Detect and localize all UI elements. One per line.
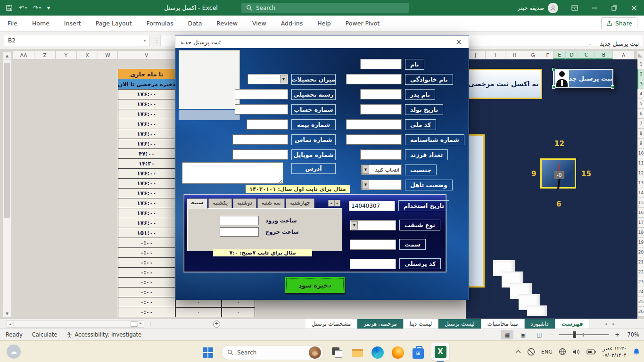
column-header-E[interactable]: E <box>553 51 566 59</box>
zoom-slider[interactable] <box>559 334 609 335</box>
battery-icon[interactable] <box>586 349 596 354</box>
table-cell[interactable]: ۰:۰۰ <box>118 258 175 268</box>
save-icon[interactable] <box>6 4 13 11</box>
input-شماره تماس[interactable] <box>232 134 288 145</box>
user-name[interactable]: صديقه حيدر <box>517 5 544 11</box>
row-header-8[interactable]: 8 <box>637 129 644 139</box>
chevron-down-icon[interactable]: ▼ <box>362 165 369 174</box>
row-header-2[interactable]: 2 <box>637 69 644 79</box>
input-تعداد فرزند[interactable] <box>360 149 402 160</box>
column-header-X[interactable]: X <box>77 51 98 59</box>
table-cell[interactable]: ۱۷۶:۰۰ <box>118 119 175 129</box>
photo-placeholder[interactable] <box>179 50 240 109</box>
ribbon-display-options-icon[interactable] <box>565 0 585 16</box>
table-cell[interactable]: ۰:۰۰ <box>118 268 175 278</box>
sheet-tab-مبنا محاسبات[interactable]: مبنا محاسبات <box>481 319 525 329</box>
sheet-tab-مرخصی هرنفر[interactable]: مرخصی هرنفر <box>357 319 404 329</box>
tray-chevron-icon[interactable] <box>515 350 521 354</box>
row-header-20[interactable]: 20 <box>637 247 644 257</box>
sheet-tab-داشبورد[interactable]: داشبورد <box>525 319 555 329</box>
language-indicator[interactable]: ENG <box>541 349 553 355</box>
vertical-scrollbar[interactable]: ▲ ▼ <box>3 52 11 318</box>
row-header-12[interactable]: 12 <box>637 168 644 178</box>
select-all-corner[interactable] <box>637 51 644 59</box>
column-header-I[interactable]: I <box>486 51 505 59</box>
search-box[interactable]: Search <box>241 3 409 13</box>
ribbon-tab-review[interactable]: Review <box>216 20 238 27</box>
ribbon-tab-home[interactable]: Home <box>32 20 50 27</box>
sheet-tab-مشخصات پرسنل[interactable]: مشخصات پرسنل <box>305 319 357 329</box>
row-header-17[interactable]: 17 <box>637 218 644 228</box>
register-personnel-shape[interactable]: ثبت پرسنل جدید <box>553 69 613 88</box>
row-header-15[interactable]: 15 <box>637 198 644 208</box>
column-header-Z[interactable]: Z <box>34 51 56 59</box>
photo-button[interactable] <box>179 110 240 120</box>
row-header-19[interactable]: 19 <box>637 238 644 247</box>
row-header-9[interactable]: 9 <box>637 139 644 148</box>
zoom-in-icon[interactable]: + <box>615 331 619 338</box>
row-header-11[interactable]: 11 <box>637 158 644 168</box>
ribbon-tab-power-pivot[interactable]: Power Pivot <box>346 20 380 27</box>
volume-icon[interactable] <box>572 348 580 355</box>
store-button[interactable]: ⊞ <box>411 346 425 360</box>
chevron-down-icon[interactable]: ▼ <box>280 75 287 83</box>
tab-scroll-right-icon[interactable]: ▸ <box>334 200 340 206</box>
table-cell[interactable]: ۰ <box>222 307 255 317</box>
table-cell[interactable]: ۰:۰۰ <box>118 297 175 307</box>
page-break-view-button[interactable]: ◫ <box>533 330 545 339</box>
week-tab-چهارشنبه[interactable]: چهارشنبه <box>286 198 314 208</box>
restore-button[interactable] <box>604 0 624 16</box>
row-header-3[interactable]: 3 <box>637 79 644 89</box>
ribbon-tab-file[interactable]: File <box>8 20 17 27</box>
name-box[interactable]: B2 ▾ <box>4 35 150 46</box>
combo-میزان تحصیلات[interactable]: ▼ <box>248 74 288 84</box>
column-header-AA[interactable]: AA <box>13 51 34 59</box>
row-header-16[interactable]: 16 <box>637 208 644 218</box>
table-header-cell[interactable]: ذخیره مرخصی تا الان <box>118 79 175 90</box>
name-box-dropdown-icon[interactable]: ▾ <box>144 39 146 43</box>
column-header-H[interactable]: H <box>505 51 524 59</box>
scroll-left-icon[interactable]: ◂ <box>7 322 14 326</box>
sheet-tab-لیست دیتا[interactable]: لیست دیتا <box>404 319 438 329</box>
row-header-25[interactable]: 25 <box>637 297 644 307</box>
ribbon-tab-add-ins[interactable]: Add-ins <box>281 20 303 27</box>
row-header-21[interactable]: 21 <box>637 257 644 267</box>
row-header-5[interactable]: 5 <box>637 99 644 109</box>
input-نام خانوادگی[interactable] <box>346 74 402 84</box>
row-header-23[interactable]: 23 <box>637 277 644 287</box>
sheet-tab-prev-icon[interactable]: ◂ <box>605 321 607 326</box>
week-tab-سه شنبه[interactable]: سه شنبه <box>257 198 285 208</box>
column-header-A[interactable]: A <box>613 51 635 59</box>
ribbon-tab-view[interactable]: View <box>252 20 266 27</box>
table-cell[interactable]: ۱۴:۳۰ <box>118 159 175 169</box>
column-header-G[interactable]: G <box>524 51 542 59</box>
row-header-1[interactable]: 1 <box>637 59 644 69</box>
vertical-scroll-thumb[interactable] <box>4 63 10 218</box>
row-header-14[interactable]: 14 <box>637 188 644 198</box>
table-cell[interactable]: ۱۷۶:۰۰ <box>118 139 175 149</box>
input-شماره شناسنامه[interactable] <box>346 134 402 145</box>
week-tab-دوشنبه[interactable]: دوشنبه <box>233 198 256 208</box>
input-شماره حساب[interactable] <box>235 104 288 115</box>
selection-handle[interactable] <box>552 85 555 89</box>
clock-widget[interactable]: ۱۲:۳۰ عصر ۰۷/۰۳/۱۴۰۴ <box>602 345 627 358</box>
normal-view-button[interactable]: ▦ <box>501 330 513 339</box>
table-cell[interactable]: ۱۷۶:۰۰ <box>118 90 175 99</box>
selection-handle[interactable] <box>552 68 555 71</box>
add-sheet-button[interactable]: + <box>213 321 220 328</box>
table-cell[interactable]: ۰:۰۰ <box>118 248 175 258</box>
combo-جنسیت[interactable]: ▼انتخاب کنید <box>361 165 402 175</box>
notification-bell-icon[interactable] <box>633 348 640 356</box>
input-کد پرسنلي[interactable] <box>350 259 396 269</box>
input-کد ملي[interactable] <box>346 119 402 130</box>
input-نام پدر[interactable] <box>360 89 402 99</box>
save-button[interactable]: ذخیره شود <box>285 277 345 294</box>
table-cell[interactable]: ۰:۰۰ <box>118 307 175 317</box>
address-input[interactable] <box>182 162 283 184</box>
table-cell[interactable]: ۱۷۶:۰۰ <box>118 129 175 139</box>
scroll-right-icon[interactable]: ▸ <box>137 321 144 327</box>
horizontal-scrollbar[interactable]: ◂ ▸ <box>7 321 144 328</box>
table-cell[interactable]: ۱۷۶:۰۰ <box>118 169 175 179</box>
entry-time-input[interactable] <box>220 216 259 225</box>
zoom-out-icon[interactable]: − <box>549 331 554 338</box>
